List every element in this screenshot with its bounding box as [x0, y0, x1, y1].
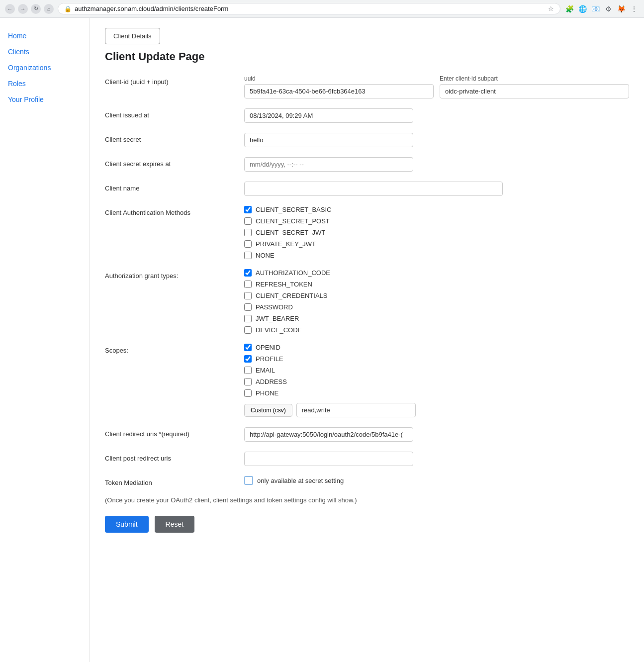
grant-type-1-label: REFRESH_TOKEN	[256, 281, 312, 288]
grant-type-3[interactable]: PASSWORD	[244, 303, 330, 311]
client-name-label: Client name	[105, 182, 234, 192]
home-button[interactable]: ⌂	[44, 4, 54, 14]
scope-3-label: ADDRESS	[256, 378, 287, 385]
grant-type-1[interactable]: REFRESH_TOKEN	[244, 281, 330, 288]
profile-icon[interactable]: 🦊	[616, 4, 626, 14]
uuid-label: uuid	[244, 75, 434, 82]
auth-method-2[interactable]: CLIENT_SECRET_JWT	[244, 229, 331, 236]
scope-4[interactable]: PHONE	[244, 389, 416, 397]
token-mediation-checkbox[interactable]	[244, 476, 253, 485]
grant-type-4-label: JWT_BEARER	[256, 315, 299, 322]
grant-type-1-checkbox[interactable]	[244, 281, 252, 288]
main-content: Client Details Client Update Page Client…	[90, 18, 644, 662]
auth-method-2-checkbox[interactable]	[244, 229, 252, 236]
auth-method-2-label: CLIENT_SECRET_JWT	[256, 229, 325, 236]
reload-button[interactable]: ↻	[31, 4, 41, 14]
subpart-input[interactable]	[440, 84, 629, 98]
submit-button[interactable]: Submit	[105, 516, 149, 533]
grant-type-3-label: PASSWORD	[256, 303, 293, 311]
sidebar-item-your-profile[interactable]: Your Profile	[5, 92, 85, 107]
auth-method-1[interactable]: CLIENT_SECRET_POST	[244, 217, 331, 225]
uuid-input[interactable]	[244, 84, 434, 98]
scopes-checkboxes: OPENID PROFILE EMAIL ADDRESS PHONE	[244, 344, 416, 417]
auth-method-0[interactable]: CLIENT_SECRET_BASIC	[244, 206, 331, 213]
extension-icon-2[interactable]: 🌐	[577, 4, 587, 14]
client-name-row: Client name	[105, 182, 629, 196]
secret-expires-input[interactable]	[244, 157, 413, 172]
client-id-row: Client-id (uuid + input) uuid Enter clie…	[105, 75, 629, 98]
grant-type-4[interactable]: JWT_BEARER	[244, 315, 330, 322]
scope-2[interactable]: EMAIL	[244, 367, 416, 374]
auth-method-3-label: PRIVATE_KEY_JWT	[256, 240, 316, 248]
token-mediation-control: only available at secret setting	[244, 476, 344, 485]
issued-at-label: Client issued at	[105, 108, 234, 119]
grant-types-checkboxes: AUTHORIZATION_CODE REFRESH_TOKEN CLIENT_…	[244, 269, 330, 334]
grant-type-2-checkbox[interactable]	[244, 292, 252, 299]
redirect-uris-input[interactable]	[244, 427, 413, 442]
scope-4-checkbox[interactable]	[244, 389, 252, 397]
scope-1-checkbox[interactable]	[244, 355, 252, 363]
info-text: (Once you create your OAuth2 client, cli…	[105, 496, 629, 504]
sidebar: Home Clients Organizations Roles Your Pr…	[0, 18, 90, 662]
forward-button[interactable]: →	[18, 4, 28, 14]
btn-row: Submit Reset	[105, 516, 629, 533]
grant-type-0-label: AUTHORIZATION_CODE	[256, 269, 330, 277]
auth-method-4-label: NONE	[256, 252, 275, 259]
grant-type-5[interactable]: DEVICE_CODE	[244, 326, 330, 334]
scope-1[interactable]: PROFILE	[244, 355, 416, 363]
grant-type-3-checkbox[interactable]	[244, 303, 252, 311]
grant-type-0[interactable]: AUTHORIZATION_CODE	[244, 269, 330, 277]
scope-3-checkbox[interactable]	[244, 378, 252, 385]
auth-method-3[interactable]: PRIVATE_KEY_JWT	[244, 240, 331, 248]
settings-icon[interactable]: ⚙	[603, 4, 613, 14]
sidebar-item-organizations[interactable]: Organizations	[5, 60, 85, 76]
browser-chrome: ← → ↻ ⌂ 🔒 authzmanager.sonam.cloud/admin…	[0, 0, 644, 18]
browser-nav-controls: ← → ↻ ⌂	[5, 4, 54, 14]
token-mediation-note: only available at secret setting	[257, 477, 344, 484]
scope-1-label: PROFILE	[256, 355, 283, 363]
grant-type-2-label: CLIENT_CREDENTIALS	[256, 292, 327, 299]
scope-0-label: OPENID	[256, 344, 280, 351]
auth-method-4-checkbox[interactable]	[244, 252, 252, 259]
auth-method-0-checkbox[interactable]	[244, 206, 252, 213]
sidebar-item-home[interactable]: Home	[5, 28, 85, 44]
redirect-uris-row: Client redirect uris *(required)	[105, 427, 629, 442]
extension-icon-1[interactable]: 🧩	[564, 4, 574, 14]
scope-2-label: EMAIL	[256, 367, 275, 374]
page-layout: Home Clients Organizations Roles Your Pr…	[0, 18, 644, 662]
issued-at-input[interactable]	[244, 108, 413, 123]
scope-2-checkbox[interactable]	[244, 367, 252, 374]
post-redirect-input[interactable]	[244, 452, 413, 466]
back-button[interactable]: ←	[5, 4, 15, 14]
client-id-label: Client-id (uuid + input)	[105, 75, 234, 86]
custom-csv-button[interactable]: Custom (csv)	[244, 404, 292, 417]
menu-icon[interactable]: ⋮	[629, 4, 639, 14]
tab-client-details[interactable]: Client Details	[105, 28, 160, 44]
secret-expires-row: Client secret expires at	[105, 157, 629, 172]
grant-type-5-checkbox[interactable]	[244, 326, 252, 334]
custom-csv-input[interactable]	[296, 403, 416, 417]
scope-3[interactable]: ADDRESS	[244, 378, 416, 385]
grant-type-2[interactable]: CLIENT_CREDENTIALS	[244, 292, 330, 299]
auth-method-4[interactable]: NONE	[244, 252, 331, 259]
uuid-group: uuid	[244, 75, 434, 98]
scopes-row: Scopes: OPENID PROFILE EMAIL ADDRESS	[105, 344, 629, 417]
address-bar[interactable]: 🔒 authzmanager.sonam.cloud/admin/clients…	[58, 3, 560, 14]
scope-0[interactable]: OPENID	[244, 344, 416, 351]
grant-type-0-checkbox[interactable]	[244, 269, 252, 277]
auth-method-3-checkbox[interactable]	[244, 240, 252, 248]
subpart-label: Enter client-id subpart	[440, 75, 629, 82]
client-id-fields: uuid Enter client-id subpart	[244, 75, 629, 98]
extension-icon-3[interactable]: 📧	[590, 4, 600, 14]
sidebar-item-clients[interactable]: Clients	[5, 44, 85, 60]
grant-type-4-checkbox[interactable]	[244, 315, 252, 322]
auth-method-1-checkbox[interactable]	[244, 217, 252, 225]
post-redirect-row: Client post redirect uris	[105, 452, 629, 466]
tab-bar: Client Details	[105, 28, 629, 44]
client-name-input[interactable]	[244, 182, 503, 196]
reset-button[interactable]: Reset	[155, 516, 195, 533]
scope-0-checkbox[interactable]	[244, 344, 252, 351]
sidebar-item-roles[interactable]: Roles	[5, 76, 85, 92]
auth-methods-label: Client Authentication Methods	[105, 206, 234, 216]
client-secret-input[interactable]	[244, 133, 413, 147]
